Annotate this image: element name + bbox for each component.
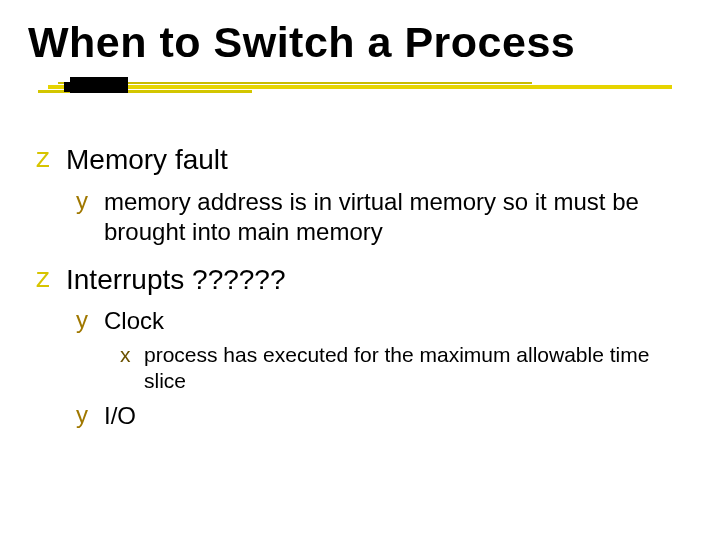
slide-title: When to Switch a Process [28, 18, 692, 67]
list-item-text: memory address is in virtual memory so i… [104, 187, 664, 247]
list-item: x process has executed for the maximum a… [120, 342, 692, 395]
list-item-text: I/O [104, 401, 136, 431]
bullet-l1-icon: z [36, 263, 66, 294]
list-item-text: process has executed for the maximum all… [144, 342, 684, 395]
list-item: z Interrupts ?????? [36, 263, 692, 297]
list-item-text: Interrupts ?????? [66, 263, 286, 297]
slide: When to Switch a Process z Memory fault … [0, 0, 720, 540]
bullet-l2-icon: y [76, 306, 104, 335]
bullet-l3-icon: x [120, 342, 144, 368]
list-item-text: Memory fault [66, 143, 228, 177]
title-underline [28, 77, 692, 107]
bullet-l2-icon: y [76, 401, 104, 430]
list-item-text: Clock [104, 306, 164, 336]
list-item: y I/O [76, 401, 692, 431]
list-item: z Memory fault [36, 143, 692, 177]
list-item: y Clock [76, 306, 692, 336]
bullet-l2-icon: y [76, 187, 104, 216]
list-item: y memory address is in virtual memory so… [76, 187, 692, 247]
bullet-l1-icon: z [36, 143, 66, 174]
slide-body: z Memory fault y memory address is in vi… [28, 143, 692, 431]
